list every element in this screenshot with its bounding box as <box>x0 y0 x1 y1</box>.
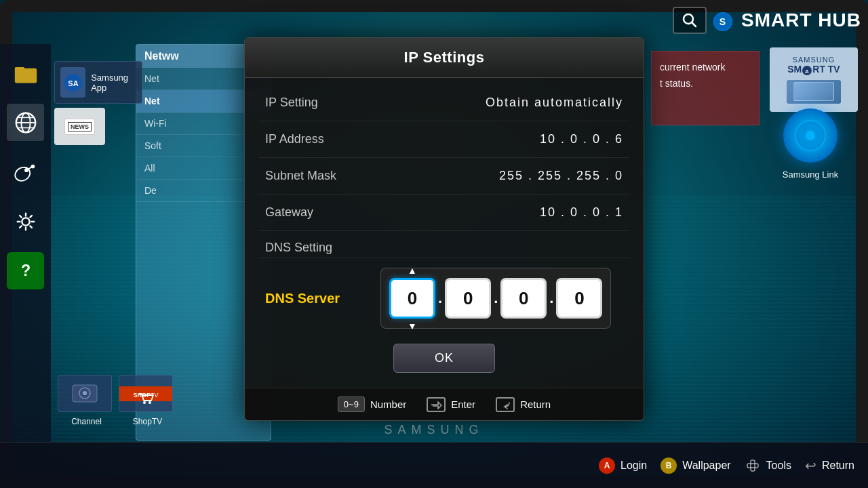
sidebar-icons: ? <box>0 44 51 442</box>
ip-setting-value: Obtain automatically <box>486 96 623 110</box>
dialog-hint-bar: 0~9 Number Enter Return <box>245 388 644 420</box>
smart-hub-icon: S <box>713 12 732 31</box>
svg-point-23 <box>83 391 87 395</box>
dns-octet-4[interactable]: 0 <box>556 278 602 319</box>
dns-setting-label: DNS Setting <box>265 241 332 254</box>
shoptv-tile[interactable]: SHOPTV ShopTV <box>119 375 176 427</box>
news-tile[interactable]: NEWS <box>54 108 105 145</box>
svg-text:A: A <box>805 68 809 75</box>
svg-point-13 <box>14 164 33 183</box>
samsung-apps-tile[interactable]: SA Samsung App <box>54 61 142 104</box>
channel-icon <box>58 375 112 412</box>
taskbar-login-item[interactable]: A Login <box>599 458 647 474</box>
dialog-body: IP Setting Obtain automatically IP Addre… <box>245 78 644 388</box>
taskbar-tools-item[interactable]: Tools <box>745 458 791 474</box>
samsung-apps-label: Samsung App <box>91 73 136 93</box>
taskbar-wallpaper-label: Wallpaper <box>682 460 730 472</box>
btn-a-icon: A <box>599 458 615 474</box>
dns-dot-1: . <box>435 289 445 307</box>
taskbar-tools-label: Tools <box>766 460 791 472</box>
samsung-link[interactable]: Samsung Link <box>763 108 858 180</box>
ip-address-label: IP Address <box>265 132 324 146</box>
shoptv-icon: SHOPTV <box>119 375 173 412</box>
tv-thumbnail <box>787 80 841 104</box>
taskbar-return-item[interactable]: ↩ Return <box>805 458 854 474</box>
hint-enter-icon <box>427 397 446 412</box>
dns-arrow-up-1: ▲ <box>408 266 417 275</box>
samsung-smarttv-panel: SAMSUNG SMART TV <box>770 47 858 112</box>
dns-octet-2[interactable]: 0 <box>445 278 491 319</box>
return-icon: ↩ <box>805 458 816 474</box>
ip-address-row: IP Address 10 . 0 . 0 . 6 <box>258 121 630 158</box>
ip-setting-label: IP Setting <box>265 96 318 110</box>
gateway-row: Gateway 10 . 0 . 0 . 1 <box>258 195 630 231</box>
samsung-bottom-text: SAMSUNG <box>384 423 484 437</box>
smart-hub-text: SMART HUB <box>741 9 861 30</box>
dns-dot-3: . <box>547 289 556 307</box>
hint-number-key: 0~9 <box>338 396 365 412</box>
hint-number: 0~9 Number <box>338 396 406 412</box>
svg-rect-29 <box>751 460 755 471</box>
top-bar: S SMART HUB <box>673 7 861 34</box>
dns-server-label: DNS Server <box>265 291 367 306</box>
dns-octet-3[interactable]: 0 <box>500 278 547 319</box>
hint-return-label: Return <box>520 399 551 410</box>
subnet-mask-value: 255 . 255 . 255 . 0 <box>499 169 623 183</box>
samsung-apps-icon: SA <box>60 67 85 98</box>
gateway-value: 10 . 0 . 0 . 1 <box>540 205 623 220</box>
dns-octet-2-wrapper: 0 <box>445 278 491 319</box>
ok-button-row: OK <box>258 336 630 381</box>
svg-rect-30 <box>747 464 758 468</box>
svg-line-1 <box>692 23 696 27</box>
shoptv-label: ShopTV <box>133 417 162 426</box>
sidebar-icon-help[interactable]: ? <box>7 252 44 289</box>
btn-b-icon: B <box>660 458 677 474</box>
svg-point-16 <box>31 164 35 168</box>
smart-hub-logo: S SMART HUB <box>713 9 861 31</box>
dns-octet-1[interactable]: 0 <box>389 278 435 319</box>
taskbar-return-label: Return <box>822 460 854 472</box>
ip-setting-row: IP Setting Obtain automatically <box>258 85 630 121</box>
taskbar-login-label: Login <box>620 460 647 472</box>
svg-rect-7 <box>14 67 24 70</box>
search-button[interactable] <box>673 7 707 34</box>
dns-setting-row: DNS Setting <box>258 231 630 258</box>
ok-button[interactable]: OK <box>393 344 495 373</box>
dns-octet-4-wrapper: 0 <box>556 278 602 319</box>
ip-address-value: 10 . 0 . 0 . 6 <box>540 132 623 146</box>
svg-point-25 <box>149 401 151 404</box>
sidebar-icon-settings[interactable] <box>7 203 44 240</box>
svg-point-28 <box>806 131 815 140</box>
hint-number-label: Number <box>370 399 406 410</box>
channel-tile[interactable]: Channel <box>58 375 115 427</box>
svg-text:S: S <box>719 16 726 27</box>
hint-enter: Enter <box>427 397 475 412</box>
dns-dot-2: . <box>491 289 500 307</box>
network-info-text: current network t status. <box>660 60 751 92</box>
samsung-link-icon <box>783 108 837 163</box>
app-tiles-area: SA Samsung App NEWS <box>54 61 142 149</box>
gateway-label: Gateway <box>265 205 313 220</box>
dialog-title-bar: IP Settings <box>245 38 644 78</box>
svg-text:SA: SA <box>68 79 78 87</box>
dialog-title: IP Settings <box>404 49 485 66</box>
sidebar-icon-folder[interactable] <box>7 54 44 92</box>
hint-enter-label: Enter <box>451 399 475 410</box>
subnet-mask-row: Subnet Mask 255 . 255 . 255 . 0 <box>258 158 630 195</box>
channel-label: Channel <box>71 417 102 426</box>
hint-return: Return <box>496 397 551 412</box>
ip-settings-dialog: IP Settings IP Setting Obtain automatica… <box>244 37 644 421</box>
subnet-mask-label: Subnet Mask <box>265 169 336 183</box>
bottom-taskbar: A Login B Wallpaper Tools ↩ Return <box>0 442 868 488</box>
sidebar-icon-satellite[interactable] <box>7 153 44 190</box>
sidebar-icon-network[interactable] <box>7 104 44 141</box>
network-info-panel: current network t status. <box>651 51 760 125</box>
dns-octet-3-wrapper: 0 <box>500 278 547 319</box>
smart-tv-text: SMART TV <box>787 64 840 75</box>
hint-return-icon <box>496 397 515 412</box>
svg-point-24 <box>143 401 146 404</box>
taskbar-wallpaper-item[interactable]: B Wallpaper <box>660 458 730 474</box>
dns-arrow-down-1: ▼ <box>408 321 417 331</box>
samsung-link-label: Samsung Link <box>783 169 838 180</box>
svg-text:?: ? <box>20 262 30 279</box>
